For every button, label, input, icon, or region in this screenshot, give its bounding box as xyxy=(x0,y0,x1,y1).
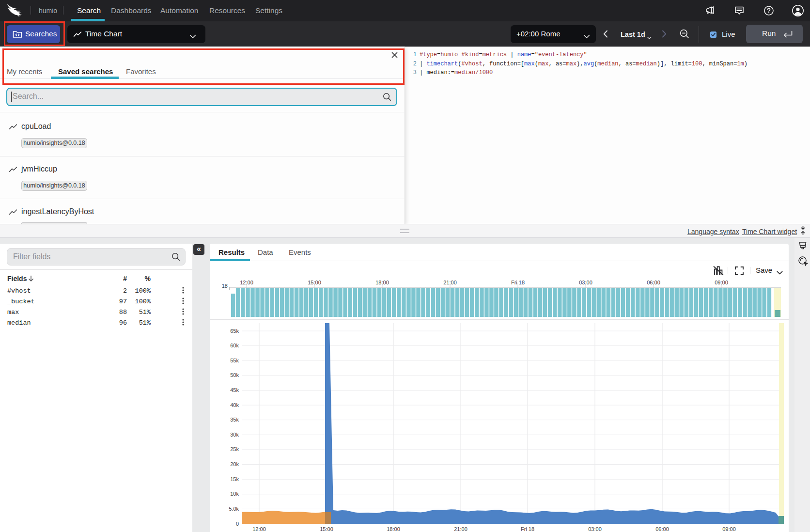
svg-text:35k: 35k xyxy=(230,417,239,422)
svg-text:21:00: 21:00 xyxy=(443,280,457,285)
svg-text:30k: 30k xyxy=(230,432,239,438)
svg-text:21:00: 21:00 xyxy=(454,526,467,532)
svg-text:20k: 20k xyxy=(230,461,239,467)
svg-text:12:00: 12:00 xyxy=(240,280,253,285)
svg-text:12:00: 12:00 xyxy=(252,526,266,532)
svg-text:18:00: 18:00 xyxy=(387,526,400,532)
svg-text:65k: 65k xyxy=(230,328,239,334)
svg-text:10k: 10k xyxy=(230,491,239,497)
svg-text:15:00: 15:00 xyxy=(320,526,333,532)
svg-text:18: 18 xyxy=(222,283,228,289)
svg-text:45k: 45k xyxy=(230,387,239,393)
svg-text:06:00: 06:00 xyxy=(647,280,660,285)
svg-text:40k: 40k xyxy=(230,402,239,408)
svg-text:50k: 50k xyxy=(230,372,239,378)
svg-text:03:00: 03:00 xyxy=(588,526,602,532)
svg-text:0: 0 xyxy=(236,521,239,527)
svg-text:03:00: 03:00 xyxy=(579,280,592,285)
svg-text:09:00: 09:00 xyxy=(715,280,728,285)
svg-text:15k: 15k xyxy=(230,476,239,482)
svg-text:06:00: 06:00 xyxy=(655,526,669,532)
svg-text:5.0k: 5.0k xyxy=(229,506,239,512)
svg-text:18:00: 18:00 xyxy=(375,280,389,285)
svg-text:Fri 18: Fri 18 xyxy=(521,526,534,532)
svg-text:25k: 25k xyxy=(230,446,239,452)
svg-text:60k: 60k xyxy=(230,343,239,348)
svg-text:15:00: 15:00 xyxy=(308,280,321,285)
svg-text:Fri 18: Fri 18 xyxy=(511,280,525,285)
svg-text:55k: 55k xyxy=(230,358,239,363)
svg-text:09:00: 09:00 xyxy=(722,526,736,532)
